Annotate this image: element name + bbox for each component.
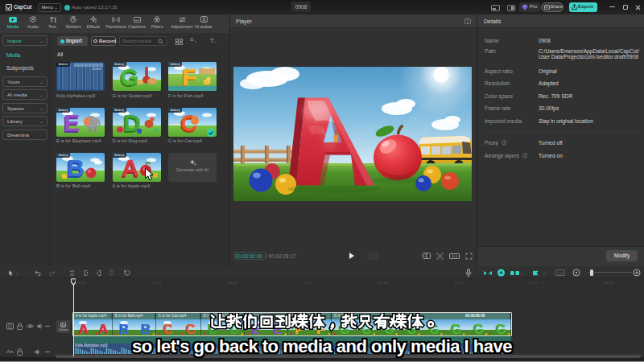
svg-text:C: C [186, 322, 196, 336]
svg-text:B: B [67, 154, 85, 181]
svg-text:A: A [122, 154, 139, 181]
svg-text:B: B [142, 322, 151, 336]
svg-text:A: A [99, 322, 109, 336]
svg-text:G: G [496, 322, 506, 336]
svg-text:G: G [473, 322, 484, 336]
svg-text:G: G [120, 64, 138, 90]
svg-text:C: C [163, 322, 173, 336]
svg-text:G: G [451, 322, 461, 336]
svg-text:A: A [79, 322, 89, 336]
svg-text:E: E [64, 109, 80, 136]
svg-text:B: B [120, 322, 130, 336]
